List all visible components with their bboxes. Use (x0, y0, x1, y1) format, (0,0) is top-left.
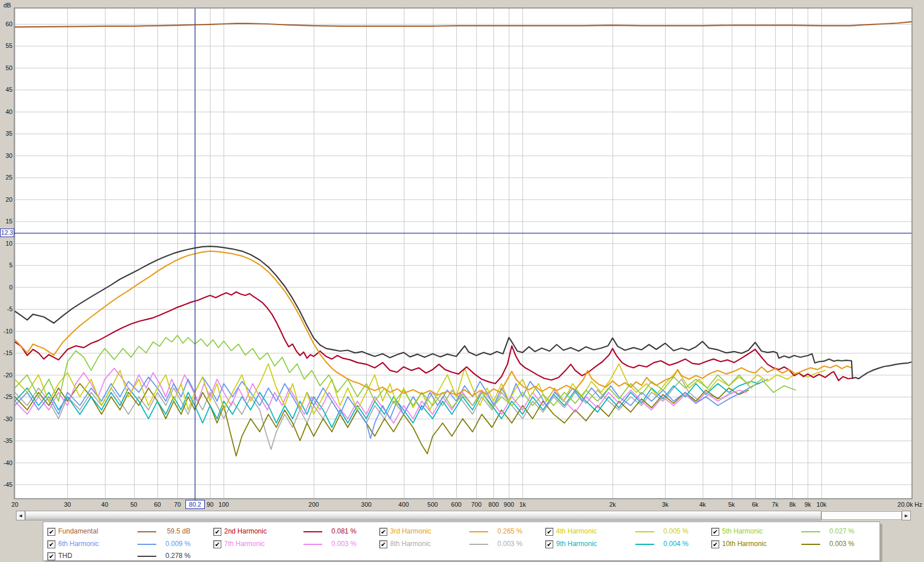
horizontal-scrollbar[interactable]: ◀ ▶ (0, 511, 924, 521)
legend-label: 9th Harmonic (556, 540, 597, 548)
legend-checkbox-thd[interactable]: ✔ (47, 552, 55, 560)
x-tick-label: 100 (218, 500, 229, 509)
y-tick-label: 5 (0, 262, 13, 268)
legend-value: 0.003 % (302, 540, 356, 548)
legend-label: 3rd Harmonic (390, 527, 431, 535)
x-tick-label: 90 (206, 500, 213, 509)
y-tick-label: 55 (0, 42, 13, 49)
scrollbar-right-arrow-icon[interactable]: ▶ (902, 511, 911, 520)
scrollbar-track[interactable] (821, 511, 902, 520)
legend-item-h6: ✔6th Harmonic0.009 % (47, 539, 213, 550)
x-tick-label: 500 (427, 500, 437, 509)
x-tick-label: 40 (102, 500, 108, 509)
cursor-frequency-readout: 80.2 (185, 500, 205, 509)
legend-value: 0.278 % (136, 552, 191, 560)
x-tick-label: 30 (64, 500, 71, 509)
legend-label: 8th Harmonic (390, 540, 431, 548)
plot-background[interactable] (15, 9, 911, 498)
legend-value: 0.081 % (302, 527, 356, 535)
legend-item-h9: ✔9th Harmonic0.004 % (545, 539, 711, 550)
legend-item-h2: ✔2nd Harmonic0.081 % (213, 526, 379, 537)
x-tick-label: 3k (662, 500, 668, 509)
y-tick-label: 35 (0, 130, 13, 137)
y-tick-label: -40 (0, 459, 13, 466)
legend-value: 0.027 % (800, 527, 854, 535)
scrollbar-left-arrow-icon[interactable]: ◀ (16, 511, 25, 520)
y-tick-label: 0 (0, 284, 13, 291)
legend-checkbox-fundamental[interactable]: ✔ (47, 528, 55, 536)
legend-checkbox-h7[interactable]: ✔ (213, 540, 221, 548)
x-tick-label: 7k (772, 500, 779, 509)
legend-value: 0.003 % (468, 540, 522, 548)
x-tick-label: 60 (154, 500, 161, 509)
legend-value: 0.004 % (634, 540, 688, 548)
y-tick-label: 40 (0, 108, 13, 115)
legend-item-fundamental: ✔Fundamental59.5 dB (47, 526, 213, 537)
legend-checkbox-h9[interactable]: ✔ (545, 540, 553, 548)
legend-value: 59.5 dB (136, 527, 191, 535)
x-tick-label: 70 (174, 500, 181, 509)
legend-item-h7: ✔7th Harmonic0.003 % (213, 539, 379, 550)
x-tick-label: 6k (752, 500, 759, 509)
y-tick-label: 50 (0, 64, 13, 71)
x-tick-label: 5k (728, 500, 735, 509)
legend-label: THD (58, 552, 72, 560)
legend-panel: ✔Fundamental59.5 dB✔2nd Harmonic0.081 %✔… (43, 522, 880, 561)
cursor-level-readout: 12.3 (0, 229, 14, 237)
x-tick-label: 4k (699, 500, 706, 509)
legend-label: 5th Harmonic (722, 527, 763, 535)
legend-value: 0.005 % (634, 527, 688, 535)
y-tick-label: -15 (0, 349, 13, 356)
x-tick-label: 800 (488, 500, 499, 509)
legend-checkbox-h3[interactable]: ✔ (379, 528, 387, 536)
y-tick-label: 15 (0, 218, 13, 225)
legend-value: 0.265 % (468, 527, 522, 535)
legend-value: 0.003 % (800, 540, 854, 548)
x-tick-label: 8k (789, 500, 796, 509)
legend-label: 2nd Harmonic (224, 527, 267, 535)
legend-item-h5: ✔5th Harmonic0.027 % (711, 526, 877, 537)
legend-item-thd: ✔THD0.278 % (47, 551, 213, 562)
y-tick-label: -25 (0, 393, 13, 400)
y-tick-label: -30 (0, 416, 13, 422)
x-tick-label: 20 (11, 500, 18, 509)
x-tick-label: 400 (399, 500, 409, 509)
legend-label: 7th Harmonic (224, 540, 265, 548)
legend-item-h4: ✔4th Harmonic0.005 % (545, 526, 711, 537)
x-tick-label: 2k (609, 500, 616, 509)
y-tick-label: 45 (0, 86, 13, 93)
y-tick-label: -20 (0, 372, 13, 378)
y-tick-label: -35 (0, 437, 13, 444)
y-tick-label: 20 (0, 196, 13, 203)
x-tick-label: 9k (804, 500, 811, 509)
x-tick-label: 700 (471, 500, 481, 509)
legend-label: 6th Harmonic (58, 540, 99, 548)
legend-value: 0.009 % (136, 540, 191, 548)
scrollbar-thumb[interactable] (25, 511, 821, 520)
y-tick-label: 60 (0, 21, 13, 27)
distortion-plot[interactable] (0, 0, 924, 562)
legend-checkbox-h10[interactable]: ✔ (711, 540, 719, 548)
y-tick-label: 30 (0, 152, 13, 159)
x-tick-label: 900 (504, 500, 514, 509)
legend-item-h10: ✔10th Harmonic0.003 % (711, 539, 877, 550)
y-axis-unit-label: dB (3, 2, 11, 9)
y-tick-label: -5 (0, 306, 13, 312)
legend-checkbox-h6[interactable]: ✔ (47, 540, 55, 548)
x-tick-label: 300 (361, 500, 371, 509)
y-tick-label: 25 (0, 174, 13, 181)
legend-label: 10th Harmonic (722, 540, 767, 548)
legend-checkbox-h8[interactable]: ✔ (379, 540, 387, 548)
x-tick-label: 10k (816, 500, 826, 509)
legend-checkbox-h5[interactable]: ✔ (711, 528, 719, 536)
legend-checkbox-h4[interactable]: ✔ (545, 528, 553, 536)
legend-item-h8: ✔8th Harmonic0.003 % (379, 539, 545, 550)
x-tick-label: 1k (519, 500, 526, 509)
x-tick-label: 50 (130, 500, 137, 509)
legend-label: 4th Harmonic (556, 527, 597, 535)
x-tick-label: 20.0k Hz (898, 500, 922, 509)
y-tick-label: 10 (0, 240, 13, 247)
legend-label: Fundamental (58, 527, 98, 535)
x-tick-label: 200 (309, 500, 319, 509)
legend-checkbox-h2[interactable]: ✔ (213, 528, 221, 536)
